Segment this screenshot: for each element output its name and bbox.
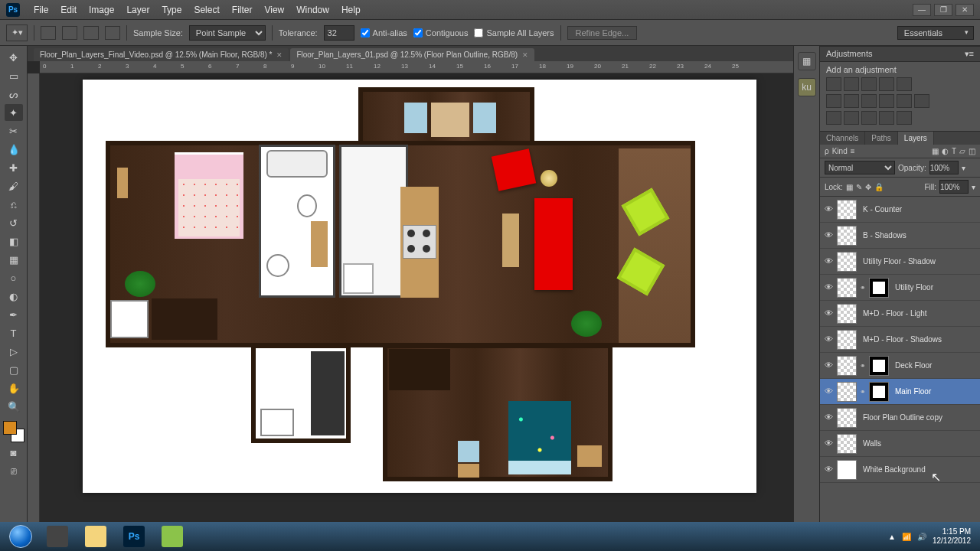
layer-thumbnail[interactable] xyxy=(837,434,857,454)
marquee-tool[interactable]: ▭ xyxy=(5,67,23,84)
history-brush-tool[interactable]: ↺ xyxy=(5,214,23,231)
sample-size-select[interactable]: Point Sample xyxy=(189,25,266,41)
system-tray[interactable]: ▲ 📶 🔊 1:15 PM12/12/2012 xyxy=(888,527,977,546)
layer-thumbnail[interactable] xyxy=(837,200,857,220)
anti-alias-checkbox[interactable]: Anti-alias xyxy=(361,28,407,37)
visibility-toggle[interactable]: 👁 xyxy=(823,230,834,241)
kuler-panel-icon[interactable]: ku xyxy=(798,78,816,96)
photofilter-icon[interactable] xyxy=(879,94,894,108)
canvas-viewport[interactable] xyxy=(40,73,793,522)
layer-row[interactable]: 👁K - Counter xyxy=(820,197,980,223)
subtract-selection-button[interactable] xyxy=(83,26,99,40)
zoom-tool[interactable]: 🔍 xyxy=(5,398,23,415)
history-panel-icon[interactable]: ▦ xyxy=(798,52,816,70)
lock-all-icon[interactable]: 🔒 xyxy=(874,183,884,191)
layer-thumbnail[interactable] xyxy=(837,460,857,480)
layer-row[interactable]: 👁⚭Utility Floor xyxy=(820,275,980,301)
new-selection-button[interactable] xyxy=(41,26,56,40)
taskbar-folder[interactable] xyxy=(78,523,113,549)
tolerance-input[interactable] xyxy=(324,25,354,41)
adjustments-header[interactable]: Adjustments▾≡ xyxy=(820,46,980,62)
intersect-selection-button[interactable] xyxy=(105,26,120,40)
layers-list[interactable]: 👁K - Counter👁B - Shadows👁Utility Floor -… xyxy=(820,197,980,533)
filter-type-icon[interactable]: T xyxy=(952,147,956,155)
start-button[interactable] xyxy=(3,523,38,549)
layer-row[interactable]: 👁⚭Main Floor xyxy=(820,379,980,405)
menu-help[interactable]: Help xyxy=(335,5,367,15)
brush-tool[interactable]: 🖌 xyxy=(5,178,23,194)
type-tool[interactable]: T xyxy=(5,324,23,341)
visibility-toggle[interactable]: 👁 xyxy=(823,308,834,319)
sample-all-checkbox[interactable]: Sample All Layers xyxy=(474,28,554,37)
layer-thumbnail[interactable] xyxy=(837,408,857,428)
add-selection-button[interactable] xyxy=(62,26,77,40)
mask-thumbnail[interactable] xyxy=(869,382,889,402)
taskbar-app[interactable] xyxy=(155,523,190,549)
menu-filter[interactable]: Filter xyxy=(226,5,259,15)
visibility-toggle[interactable]: 👁 xyxy=(823,282,834,293)
taskbar-photoshop[interactable]: Ps xyxy=(116,523,152,549)
bw-icon[interactable] xyxy=(861,94,877,108)
layer-row[interactable]: 👁M+D - Floor - Light xyxy=(820,301,980,327)
blur-tool[interactable]: ○ xyxy=(5,269,23,286)
quick-mask-toggle[interactable]: ◙ xyxy=(5,444,23,461)
shape-tool[interactable]: ▢ xyxy=(5,361,23,378)
levels-icon[interactable] xyxy=(844,77,859,91)
layer-row[interactable]: 👁Utility Floor - Shadow xyxy=(820,249,980,275)
foreground-background-colors[interactable] xyxy=(3,421,24,442)
dodge-tool[interactable]: ◐ xyxy=(5,288,23,305)
screen-mode-toggle[interactable]: ⎚ xyxy=(5,462,23,479)
paths-tab[interactable]: Paths xyxy=(865,132,898,145)
path-tool[interactable]: ▷ xyxy=(5,343,23,360)
lasso-tool[interactable]: ᔕ xyxy=(5,86,23,103)
visibility-toggle[interactable]: 👁 xyxy=(823,465,834,475)
close-button[interactable]: ✕ xyxy=(956,4,974,16)
maximize-button[interactable]: ❐ xyxy=(934,4,952,16)
menu-view[interactable]: View xyxy=(258,5,290,15)
opacity-input[interactable] xyxy=(929,161,959,174)
layer-thumbnail[interactable] xyxy=(837,226,857,246)
colorbal-icon[interactable] xyxy=(844,94,859,108)
filter-adj-icon[interactable]: ◐ xyxy=(942,147,949,155)
minimize-button[interactable]: — xyxy=(913,4,931,16)
layer-row[interactable]: 👁M+D - Floor - Shadows xyxy=(820,327,980,353)
menu-edit[interactable]: Edit xyxy=(54,5,83,15)
layers-tab[interactable]: Layers xyxy=(898,132,934,145)
mask-thumbnail[interactable] xyxy=(869,356,889,376)
menu-type[interactable]: Type xyxy=(155,5,188,15)
clone-tool[interactable]: ⎌ xyxy=(5,196,23,213)
visibility-toggle[interactable]: 👁 xyxy=(823,439,834,449)
exposure-icon[interactable] xyxy=(879,77,894,91)
lock-pos-icon[interactable]: ✥ xyxy=(865,183,871,191)
foreground-color[interactable] xyxy=(3,421,17,435)
eyedropper-tool[interactable]: 💧 xyxy=(5,141,23,158)
visibility-toggle[interactable]: 👁 xyxy=(823,204,834,215)
hand-tool[interactable]: ✋ xyxy=(5,380,23,396)
layer-thumbnail[interactable] xyxy=(837,304,857,324)
filter-pixel-icon[interactable]: ▦ xyxy=(932,147,939,155)
magic-wand-tool[interactable]: ✦ xyxy=(5,104,23,121)
eraser-tool[interactable]: ◧ xyxy=(5,233,23,249)
move-tool[interactable]: ✥ xyxy=(5,49,23,66)
visibility-toggle[interactable]: 👁 xyxy=(823,412,834,423)
magic-wand-icon[interactable]: ✦▾ xyxy=(6,24,28,41)
refine-edge-button[interactable]: Refine Edge... xyxy=(567,26,638,40)
tray-flag-icon[interactable]: ▲ xyxy=(888,533,896,541)
menu-image[interactable]: Image xyxy=(83,5,120,15)
tray-sound-icon[interactable]: 🔊 xyxy=(917,533,926,541)
layer-thumbnail[interactable] xyxy=(837,252,857,272)
crop-tool[interactable]: ✂ xyxy=(5,122,23,139)
layer-row[interactable]: 👁B - Shadows xyxy=(820,223,980,249)
invert-icon[interactable] xyxy=(826,111,841,125)
menu-layer[interactable]: Layer xyxy=(120,5,155,15)
gradient-tool[interactable]: ▦ xyxy=(5,251,23,268)
link-icon[interactable]: ⚭ xyxy=(860,284,866,292)
visibility-toggle[interactable]: 👁 xyxy=(823,386,834,397)
curves-icon[interactable] xyxy=(861,77,877,91)
brightness-icon[interactable] xyxy=(826,77,841,91)
mask-thumbnail[interactable] xyxy=(869,278,889,298)
workspace-switcher[interactable]: Essentials xyxy=(897,26,974,40)
layer-thumbnail[interactable] xyxy=(837,382,857,402)
layer-row[interactable]: 👁Floor Plan Outline copy xyxy=(820,405,980,431)
visibility-toggle[interactable]: 👁 xyxy=(823,256,834,267)
